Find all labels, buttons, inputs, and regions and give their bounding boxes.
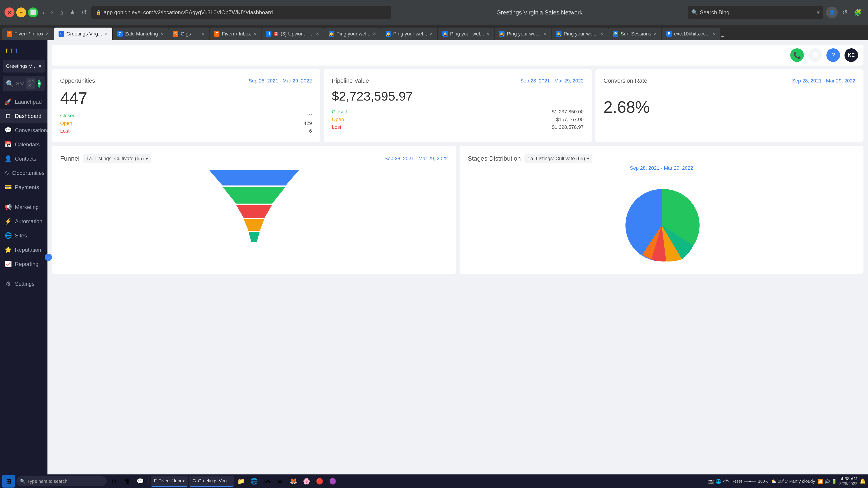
sidebar-item-label: Marketing (15, 204, 39, 210)
taskbar-search-text: Type here to search (27, 479, 67, 484)
tab-exc[interactable]: E exc.10khits.co... ✕ (662, 28, 720, 40)
refresh-button[interactable]: ↺ (80, 8, 89, 17)
windows-start-button[interactable]: ⊞ (2, 475, 15, 488)
lost-label: Lost (332, 124, 341, 130)
tab-close-icon[interactable]: ✕ (600, 31, 603, 36)
taskbar-app-icon-3[interactable]: 🟣 (327, 475, 339, 487)
sidebar-item-payments[interactable]: 💳 Payments (0, 180, 48, 194)
taskbar-store[interactable]: 🛍 (261, 475, 273, 487)
tab-ping2[interactable]: 🔔 Ping your wel... ✕ (381, 28, 437, 40)
sidebar-toggle-button[interactable]: ‹ (45, 254, 52, 261)
tab-ping4[interactable]: 🔔 Ping your wel... ✕ (495, 28, 551, 40)
taskbar-task-view[interactable]: ⊙ (108, 475, 120, 487)
stages-dropdown[interactable]: 1a. Listings: Cultivate (65) ▾ (524, 154, 592, 163)
tab-close-icon[interactable]: ✕ (104, 31, 108, 36)
sidebar-search-input[interactable] (16, 80, 24, 87)
funnel-layer-5 (248, 232, 260, 242)
tab-close-icon[interactable]: ✕ (543, 31, 547, 36)
tab-fiverr-inbox[interactable]: F Fiverr / Inbox ✕ (2, 28, 54, 40)
taskbar-search-bar[interactable]: 🔍 Type here to search (16, 476, 107, 486)
sidebar-item-marketing[interactable]: 📢 Marketing (0, 200, 48, 214)
extensions-button[interactable]: 🧩 (852, 8, 864, 17)
taskbar-app-greetings[interactable]: G Greetings Virg... (189, 476, 234, 487)
browser-search-bar[interactable]: 🔍 Search Bing ▾ (688, 6, 823, 19)
tab-close-icon[interactable]: ✕ (316, 31, 319, 36)
sidebar-item-settings[interactable]: ⚙ Settings (0, 277, 48, 291)
forward-button[interactable]: › (49, 8, 55, 17)
tab-gigs[interactable]: G Gigs ✕ (168, 28, 209, 40)
sidebar-item-automation[interactable]: ⚡ Automation (0, 214, 48, 228)
zoom-slider[interactable]: ━━●━━ (744, 479, 756, 484)
sidebar-item-reputation[interactable]: ⭐ Reputation (0, 242, 48, 257)
sidebar-item-label: Dashboard (15, 113, 41, 119)
sidebar-item-launchpad[interactable]: 🚀 Launchpad (0, 95, 48, 109)
closed-label: Closed (332, 109, 347, 115)
taskbar-app-icon-1[interactable]: 🌸 (301, 475, 312, 487)
browser-user-avatar[interactable]: 👤 (826, 6, 838, 18)
tab-greetings[interactable]: G Greetings Virg... ✕ (54, 28, 112, 40)
pipeline-date: Sep 28, 2021 - Mar 29, 2022 (520, 78, 584, 84)
sidebar-item-sites[interactable]: 🌐 Sites (0, 228, 48, 242)
menu-button[interactable]: ☰ (808, 48, 822, 62)
taskbar-app-fiverr[interactable]: F Fiverr / Inbox (151, 476, 188, 487)
taskbar-edge[interactable]: 🌐 (248, 475, 260, 487)
taskbar-chat[interactable]: 💬 (134, 475, 146, 487)
taskbar-app-icon-2[interactable]: 🔴 (314, 475, 326, 487)
sidebar-item-conversations[interactable]: 💬 Conversations (0, 123, 48, 137)
sidebar-item-dashboard[interactable]: ⊞ Dashboard (0, 109, 48, 123)
tab-zale[interactable]: Z Zale Marketing ✕ (113, 28, 168, 40)
back-button[interactable]: ‹ (41, 8, 46, 17)
address-text: app.gohighlevel.com/v2/location/vBAqygVu… (104, 9, 273, 15)
taskbar-mail[interactable]: ✉ (274, 475, 286, 487)
sidebar-item-calendars[interactable]: 📅 Calendars (0, 137, 48, 152)
minimize-button[interactable]: − (16, 7, 26, 18)
tab-upwork[interactable]: U 3 (3) Upwork - ... ✕ (261, 28, 324, 40)
tab-close-icon[interactable]: ✕ (46, 31, 49, 36)
tab-label: Gigs (181, 31, 191, 37)
funnel-dropdown[interactable]: 1a. Listings: Cultivate (65) ▾ (83, 154, 151, 163)
search-icon: 🔍 (6, 80, 14, 88)
maximize-button[interactable]: ⬜ (28, 7, 38, 18)
phone-button[interactable]: 📞 (790, 48, 804, 62)
new-tab-button[interactable]: + (720, 33, 724, 40)
tab-surf[interactable]: 🌊 Surf Sessions ✕ (608, 28, 661, 40)
tab-close-icon[interactable]: ✕ (160, 31, 163, 36)
address-bar[interactable]: 🔒 app.gohighlevel.com/v2/location/vBAqyg… (91, 6, 391, 19)
pipeline-title: Pipeline Value (332, 77, 369, 84)
search-icon: 🔍 (20, 479, 26, 484)
sidebar-item-label: Automation (15, 218, 42, 225)
stat-row-open: Open $157,167.00 (332, 117, 584, 123)
sidebar-item-reporting[interactable]: 📈 Reporting (0, 257, 48, 271)
taskbar-file-explorer[interactable]: 📁 (235, 475, 247, 487)
sidebar-item-opportunities[interactable]: ◇ Opportunities (0, 166, 48, 180)
taskbar-widgets[interactable]: ▦ (121, 475, 133, 487)
taskbar-firefox[interactable]: 🦊 (287, 475, 299, 487)
taskbar-clock[interactable]: 4:38 AM 3/28/2022 (839, 476, 857, 486)
tab-close-icon[interactable]: ✕ (712, 31, 715, 36)
sidebar-item-label: Settings (15, 281, 35, 287)
tab-fiverr2[interactable]: F Fiverr / Inbox ✕ (210, 28, 261, 40)
closed-label: Closed (60, 113, 75, 119)
taskbar: ⊞ 🔍 Type here to search ⊙ ▦ 💬 F Fiverr /… (0, 475, 868, 488)
sidebar-add-button[interactable]: + (38, 79, 41, 88)
sidebar-item-contacts[interactable]: 👤 Contacts (0, 152, 48, 166)
tab-ping1[interactable]: 🔔 Ping your wel... ✕ (324, 28, 380, 40)
bookmark-button[interactable]: ★ (68, 8, 77, 17)
opportunities-date: Sep 28, 2021 - Mar 29, 2022 (249, 78, 312, 84)
home-button[interactable]: ⌂ (58, 8, 65, 17)
tab-close-icon[interactable]: ✕ (653, 31, 657, 36)
sidebar-search[interactable]: 🔍 ctrl K + (3, 76, 45, 91)
ssl-icon: 🔒 (96, 10, 101, 15)
tab-close-icon[interactable]: ✕ (486, 31, 490, 36)
tab-ping3[interactable]: 🔔 Ping your wel... ✕ (438, 28, 494, 40)
tab-ping5[interactable]: 🔔 Ping your wel... ✕ (552, 28, 608, 40)
tab-close-icon[interactable]: ✕ (253, 31, 256, 36)
tab-close-icon[interactable]: ✕ (430, 31, 433, 36)
refresh-page-button[interactable]: ↺ (840, 8, 849, 17)
close-button[interactable]: ✕ (4, 7, 14, 18)
tab-close-icon[interactable]: ✕ (201, 31, 205, 36)
sidebar-account-switcher[interactable]: Greetings Virginia Sales ... ▾ (3, 60, 45, 72)
tab-close-icon[interactable]: ✕ (373, 31, 376, 36)
help-button[interactable]: ? (827, 48, 840, 62)
notifications-icon[interactable]: 🔔 (860, 478, 866, 484)
